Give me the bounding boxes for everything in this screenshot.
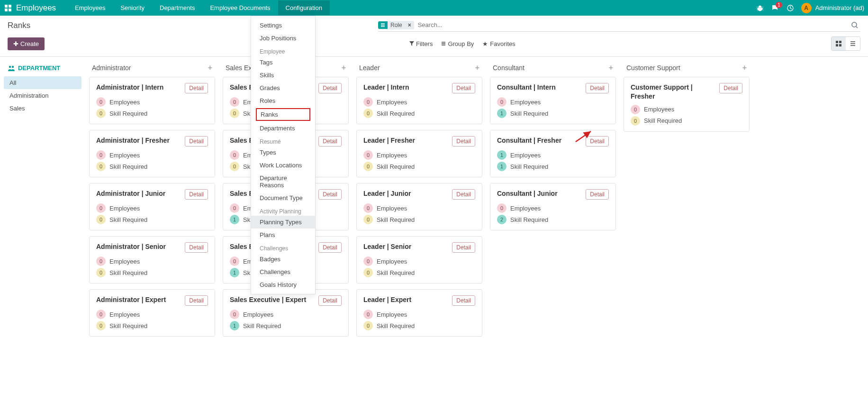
search-tag-close-icon[interactable]: × [405,22,414,28]
dropdown-item-grades[interactable]: Grades [251,82,315,94]
dropdown-item-departments[interactable]: Departments [251,122,315,135]
dropdown-item-document-type[interactable]: Document Type [251,192,315,204]
rank-card[interactable]: Leader | JuniorDetail0Employees0Skill Re… [356,183,482,230]
dropdown-item-tags[interactable]: Tags [251,56,315,69]
dropdown-item-departure-reasons[interactable]: Departure Reasons [251,172,315,192]
detail-button[interactable]: Detail [318,83,342,93]
column-add-icon[interactable]: + [342,64,346,72]
detail-button[interactable]: Detail [452,295,475,306]
detail-button[interactable]: Detail [586,136,609,146]
top-navbar: Employees EmployeesSeniorityDepartmentsE… [0,0,868,16]
employees-badge: 0 [230,310,239,319]
dropdown-item-job-positions[interactable]: Job Positions [251,32,315,45]
column-add-icon[interactable]: + [475,64,479,72]
nav-item-departments[interactable]: Departments [152,0,202,15]
messages-icon[interactable]: 1 [771,4,779,12]
rank-card[interactable]: Administrator | JuniorDetail0Employees0S… [89,183,215,230]
rank-card[interactable]: Consultant | InternDetail0Employees1Skil… [490,77,616,124]
dropdown-item-types[interactable]: Types [251,146,315,159]
detail-button[interactable]: Detail [185,83,208,93]
dropdown-item-badges[interactable]: Badges [251,253,315,266]
skill-stat: 0Skill Required [96,162,208,171]
employees-badge: 0 [497,203,506,213]
search-icon[interactable] [849,21,860,29]
detail-button[interactable]: Detail [452,83,475,93]
detail-button[interactable]: Detail [586,83,609,93]
detail-button[interactable]: Detail [318,189,342,200]
column-add-icon[interactable]: + [609,64,613,72]
skill-label: Skill Required [243,322,281,330]
rank-card[interactable]: Administrator | FresherDetail0Employees0… [89,130,215,177]
dropdown-item-goals-history[interactable]: Goals History [251,278,315,291]
bug-icon[interactable] [756,4,764,12]
search-input[interactable] [417,19,849,30]
nav-item-seniority[interactable]: Seniority [113,0,152,15]
rank-card[interactable]: Customer Support | FresherDetail0Employe… [624,77,750,132]
dropdown-item-challenges[interactable]: Challenges [251,266,315,278]
detail-button[interactable]: Detail [452,242,475,253]
dropdown-item-ranks[interactable]: Ranks [256,108,310,121]
detail-button[interactable]: Detail [318,136,342,146]
column-title[interactable]: Consultant [493,64,524,72]
kanban-view-button[interactable] [832,37,846,50]
detail-button[interactable]: Detail [185,136,208,146]
rank-card[interactable]: Administrator | InternDetail0Employees0S… [89,77,215,124]
detail-button[interactable]: Detail [185,242,208,253]
employees-badge: 0 [96,256,106,266]
dropdown-item-work-locations[interactable]: Work Locations [251,159,315,172]
nav-item-employee-documents[interactable]: Employee Documents [202,0,278,15]
sidebar-item-administration[interactable]: Administration [4,89,81,102]
nav-item-configuration[interactable]: Configuration [278,0,330,15]
detail-button[interactable]: Detail [586,189,609,200]
dropdown-item-planning-types[interactable]: Planning Types [251,216,315,229]
skill-badge: 0 [363,215,373,224]
filters-button[interactable]: Filters [409,40,433,47]
column-add-icon[interactable]: + [208,64,212,72]
user-menu[interactable]: A Administrator (ad) [801,3,864,13]
detail-button[interactable]: Detail [452,189,475,200]
skill-stat: 0Skill Required [363,321,475,330]
column-title[interactable]: Customer Support [626,64,680,72]
detail-button[interactable]: Detail [185,189,208,200]
rank-card[interactable]: Leader | FresherDetail0Employees0Skill R… [356,130,482,177]
rank-card[interactable]: Administrator | ExpertDetail0Employees0S… [89,289,215,337]
rank-card[interactable]: Leader | SeniorDetail0Employees0Skill Re… [356,236,482,284]
dropdown-item-roles[interactable]: Roles [251,94,315,107]
list-view-button[interactable] [846,37,860,50]
skill-badge: 0 [96,215,106,224]
detail-button[interactable]: Detail [318,242,342,253]
detail-button[interactable]: Detail [719,83,742,93]
employees-stat: 0Employees [363,97,475,107]
column-title[interactable]: Administrator [92,64,131,72]
skill-label: Skill Required [109,269,147,276]
detail-button[interactable]: Detail [318,295,342,306]
create-button[interactable]: ✚ Create [8,37,45,50]
column-title[interactable]: Leader [359,64,380,72]
rank-card[interactable]: Leader | InternDetail0Employees0Skill Re… [356,77,482,124]
dropdown-item-plans[interactable]: Plans [251,229,315,241]
nav-item-employees[interactable]: Employees [67,0,113,15]
sidebar-item-sales[interactable]: Sales [4,102,81,115]
group-by-button[interactable]: Group By [441,40,474,47]
rank-card[interactable]: Consultant | JuniorDetail0Employees2Skil… [490,183,616,230]
app-brand[interactable]: Employees [16,3,56,13]
rank-card[interactable]: Sales Executive | ExpertDetail0Employees… [223,289,349,337]
search-area[interactable]: Role × [378,19,860,32]
skill-stat: 0Skill Required [363,268,475,277]
clock-icon[interactable] [786,4,795,12]
detail-button[interactable]: Detail [185,295,208,306]
rank-card[interactable]: Administrator | SeniorDetail0Employees0S… [89,236,215,284]
skill-badge: 0 [96,109,106,118]
sidebar-item-all[interactable]: All [4,76,81,89]
employees-stat: 0Employees [96,203,208,213]
dropdown-item-settings[interactable]: Settings [251,19,315,32]
apps-icon[interactable] [4,4,12,12]
rank-card[interactable]: Leader | ExpertDetail0Employees0Skill Re… [356,289,482,337]
detail-button[interactable]: Detail [452,136,475,146]
employees-label: Employees [109,99,140,106]
dropdown-item-skills[interactable]: Skills [251,69,315,82]
card-title: Consultant | Junior [497,189,558,198]
favorites-button[interactable]: ★ Favorites [482,40,515,47]
rank-card[interactable]: Consultant | FresherDetail1Employees1Ski… [490,130,616,177]
column-add-icon[interactable]: + [742,64,747,72]
